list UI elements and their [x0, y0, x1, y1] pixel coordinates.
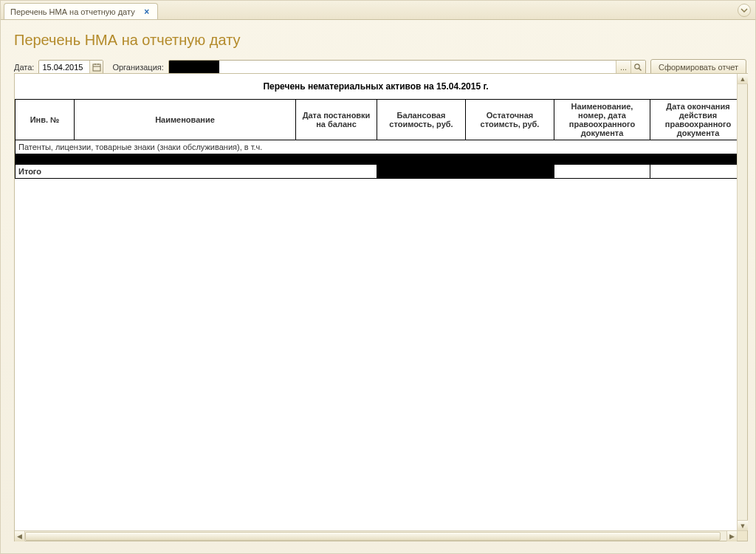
total-remaining-redacted — [466, 165, 554, 179]
col-doc-header: Наименование, номер, дата правоохранного… — [554, 100, 650, 140]
col-rem-header: Остаточная стоимсть, руб. — [466, 100, 554, 140]
total-balance-redacted — [377, 165, 466, 179]
svg-point-4 — [635, 64, 639, 69]
report-title: Перечень нематериальных активов на 15.04… — [15, 74, 737, 99]
tab-strip: Перечень НМА на отчетную дату × — [1, 1, 755, 20]
total-label: Итого — [16, 165, 377, 179]
col-date-header: Дата постановки на баланс — [296, 100, 377, 140]
report-table: Инв. № Наименование Дата постановки на б… — [15, 99, 737, 179]
close-icon[interactable]: × — [142, 7, 151, 16]
window-menu-button[interactable] — [738, 4, 751, 17]
scroll-right-button[interactable]: ▶ — [726, 531, 737, 541]
col-inv-header: Инв. № — [16, 100, 75, 140]
scroll-down-button[interactable]: ▼ — [738, 520, 748, 530]
scroll-left-button[interactable]: ◀ — [15, 531, 25, 541]
org-label: Организация: — [112, 63, 163, 72]
total-row: Итого — [16, 165, 738, 179]
chevron-down-icon — [740, 7, 748, 14]
data-row-redacted[interactable] — [16, 154, 738, 165]
org-value-redacted — [169, 61, 219, 74]
vertical-scrollbar[interactable]: ▲ ▼ — [737, 74, 747, 530]
report-content[interactable]: Перечень нематериальных активов на 15.04… — [15, 74, 737, 530]
page-title: Перечень НМА на отчетную дату — [14, 32, 746, 49]
tab-label: Перечень НМА на отчетную дату — [10, 7, 135, 16]
scrollbar-corner — [737, 530, 747, 541]
col-name-header: Наименование — [75, 100, 296, 140]
ellipsis-button[interactable]: ... — [616, 61, 630, 74]
table-header-row: Инв. № Наименование Дата постановки на б… — [16, 100, 738, 140]
horizontal-scrollbar-thumb[interactable] — [25, 532, 721, 541]
svg-line-5 — [639, 69, 642, 71]
search-icon[interactable] — [630, 61, 645, 74]
organization-select[interactable]: ... — [168, 60, 646, 75]
svg-rect-0 — [93, 64, 100, 71]
col-bal-header: Балансовая стоимость, руб. — [377, 100, 466, 140]
group-row-patents[interactable]: Патенты, лицензии, товарные знаки (знаки… — [16, 140, 738, 154]
col-end-header: Дата окончания действия правоохранного д… — [650, 100, 738, 140]
date-field[interactable] — [39, 63, 89, 72]
tab-report[interactable]: Перечень НМА на отчетную дату × — [4, 3, 158, 19]
horizontal-scrollbar[interactable]: ◀ ▶ — [15, 530, 737, 541]
calendar-icon[interactable] — [89, 61, 103, 74]
group-label: Патенты, лицензии, товарные знаки (знаки… — [16, 140, 738, 154]
date-input[interactable] — [38, 60, 103, 75]
scroll-up-button[interactable]: ▲ — [738, 74, 748, 84]
date-label: Дата: — [14, 63, 34, 72]
report-viewport: Перечень нематериальных активов на 15.04… — [14, 73, 748, 541]
